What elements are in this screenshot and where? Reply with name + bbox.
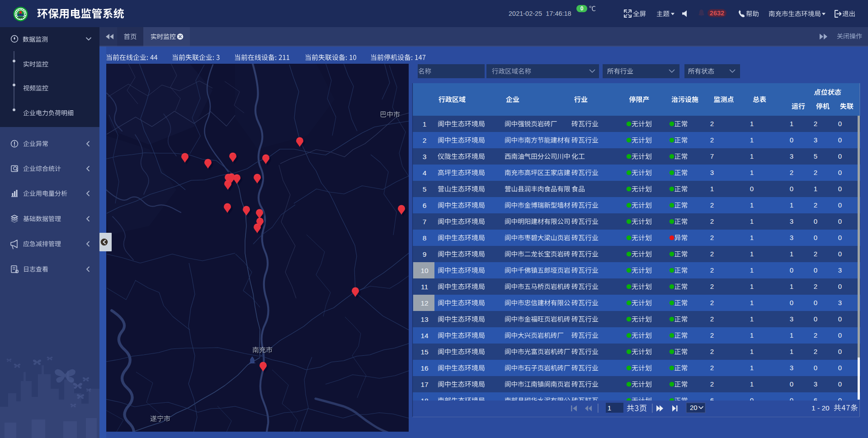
svg-text:1: 1	[608, 404, 611, 412]
svg-text:1: 1	[750, 152, 754, 160]
svg-text:2: 2	[710, 380, 714, 388]
svg-text:1: 1	[750, 283, 754, 290]
svg-text:2: 2	[814, 250, 817, 258]
svg-text:2: 2	[814, 331, 817, 339]
svg-text:11: 11	[421, 283, 428, 291]
svg-text:3: 3	[814, 380, 817, 388]
svg-text:2: 2	[814, 201, 817, 209]
svg-text:3: 3	[790, 234, 793, 241]
svg-text:7: 7	[710, 152, 714, 160]
svg-text:0: 0	[790, 266, 793, 274]
svg-text:1: 1	[750, 250, 754, 258]
svg-text:1: 1	[750, 169, 754, 176]
svg-text:2: 2	[423, 137, 427, 144]
svg-text:2: 2	[710, 120, 714, 127]
svg-text:1: 1	[750, 364, 754, 372]
svg-text:0: 0	[790, 299, 793, 306]
svg-text:3: 3	[838, 266, 842, 274]
svg-text:1: 1	[750, 380, 754, 388]
svg-text:1: 1	[750, 331, 754, 339]
svg-text:2632: 2632	[710, 9, 724, 17]
svg-text:0: 0	[790, 185, 793, 193]
svg-text:0: 0	[838, 217, 842, 225]
svg-text:0: 0	[838, 283, 842, 290]
svg-text:2: 2	[710, 266, 714, 274]
svg-text:5: 5	[814, 152, 817, 160]
svg-text:3: 3	[790, 364, 793, 372]
svg-text:1: 1	[790, 250, 793, 258]
svg-text:2: 2	[710, 364, 714, 372]
svg-text:1: 1	[790, 120, 793, 127]
svg-text:0: 0	[750, 185, 754, 193]
svg-text:1: 1	[750, 234, 754, 241]
svg-text:0: 0	[814, 234, 817, 241]
svg-text:1: 1	[750, 217, 754, 225]
svg-text:3: 3	[814, 136, 817, 144]
svg-text:0: 0	[838, 380, 842, 388]
svg-text:0: 0	[838, 136, 842, 144]
svg-text:0: 0	[838, 315, 842, 323]
svg-text:1: 1	[750, 315, 754, 323]
svg-text:3: 3	[710, 169, 714, 176]
svg-text:0: 0	[838, 185, 842, 193]
svg-text:0: 0	[838, 364, 842, 372]
svg-text:2: 2	[814, 169, 817, 176]
svg-text:1: 1	[710, 185, 714, 193]
svg-text:1 - 20: 1 - 20	[811, 404, 830, 412]
svg-text:14: 14	[420, 332, 429, 339]
svg-text:1: 1	[750, 201, 754, 209]
svg-text:0: 0	[838, 348, 842, 355]
svg-text:8: 8	[423, 234, 427, 242]
svg-text:0: 0	[814, 299, 817, 306]
svg-text:2: 2	[710, 217, 714, 225]
svg-text:2: 2	[710, 234, 714, 241]
svg-text:2021-02-25 17:46:18: 2021-02-25 17:46:18	[509, 10, 571, 17]
svg-text:3: 3	[423, 153, 427, 160]
svg-text:10: 10	[420, 267, 429, 274]
svg-text:2: 2	[710, 315, 714, 323]
svg-text:0: 0	[580, 5, 584, 12]
svg-text:0: 0	[814, 315, 817, 323]
svg-text:4: 4	[423, 169, 427, 177]
svg-text:2: 2	[710, 331, 714, 339]
svg-text:1: 1	[750, 299, 754, 306]
svg-text:1: 1	[750, 348, 754, 355]
svg-text:1: 1	[750, 266, 754, 274]
svg-text:0: 0	[790, 380, 793, 388]
svg-text:0: 0	[814, 217, 817, 225]
svg-text:17: 17	[420, 381, 428, 388]
svg-text:9: 9	[423, 250, 427, 258]
svg-text:6: 6	[423, 202, 427, 209]
svg-text:3: 3	[790, 152, 793, 160]
svg-text:0: 0	[790, 136, 793, 144]
svg-text:1: 1	[790, 201, 793, 209]
svg-text:2: 2	[710, 283, 714, 290]
svg-text:2: 2	[814, 348, 817, 355]
svg-text:0: 0	[838, 234, 842, 241]
svg-text:2: 2	[710, 348, 714, 355]
svg-text:1: 1	[750, 136, 754, 144]
svg-text:20: 20	[690, 404, 698, 411]
svg-text:15: 15	[420, 348, 428, 356]
svg-text:0: 0	[838, 169, 842, 176]
svg-text:1: 1	[790, 331, 793, 339]
svg-text:2: 2	[710, 299, 714, 306]
svg-text:0: 0	[838, 331, 842, 339]
svg-text:5: 5	[423, 185, 427, 193]
svg-text:2: 2	[710, 136, 714, 144]
svg-text:7: 7	[423, 218, 427, 226]
svg-text:1: 1	[790, 283, 793, 290]
svg-text:13: 13	[420, 316, 428, 323]
svg-text:2: 2	[710, 201, 714, 209]
svg-text:0: 0	[814, 364, 817, 372]
svg-text:0: 0	[838, 120, 842, 127]
svg-text:0: 0	[814, 266, 817, 274]
svg-text:16: 16	[420, 364, 428, 372]
svg-text:2: 2	[814, 283, 817, 290]
svg-text:0: 0	[838, 250, 842, 258]
svg-text:3: 3	[790, 217, 793, 225]
svg-text:2: 2	[814, 120, 817, 127]
svg-text:2: 2	[790, 169, 793, 176]
svg-text:1: 1	[423, 120, 427, 128]
svg-text:1: 1	[790, 348, 793, 355]
